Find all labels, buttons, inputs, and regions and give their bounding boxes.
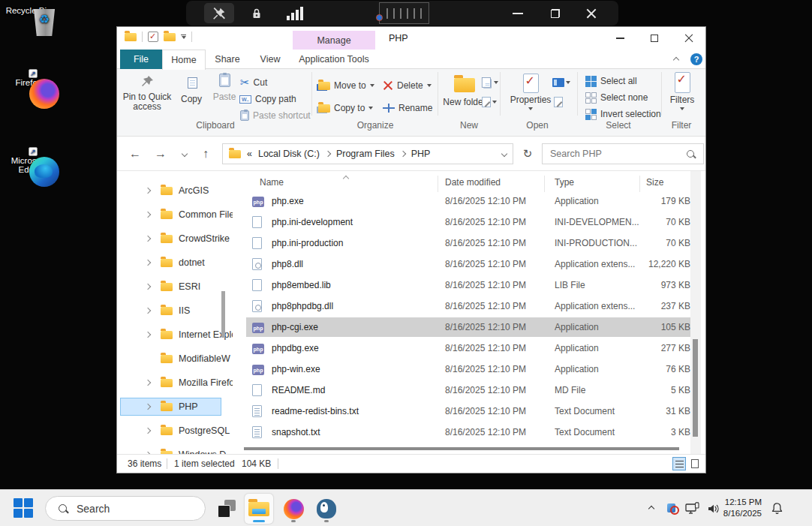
file-row[interactable]: php.ini-production 8/16/2025 12:10 PM IN… bbox=[233, 233, 692, 254]
forward-button[interactable]: → bbox=[150, 143, 171, 164]
tree-item[interactable]: Windows D bbox=[117, 446, 233, 454]
tree-item[interactable]: PHP bbox=[120, 398, 221, 416]
taskbar-search[interactable]: Search bbox=[45, 496, 206, 521]
chevron-right-icon[interactable] bbox=[145, 188, 151, 194]
folder-icon[interactable] bbox=[125, 33, 137, 41]
window-minimize-button[interactable] bbox=[605, 27, 635, 50]
lock-button[interactable] bbox=[248, 0, 266, 27]
connection-restore-button[interactable] bbox=[542, 0, 569, 27]
check-button-icon[interactable] bbox=[148, 32, 158, 42]
large-icons-view-button[interactable] bbox=[688, 457, 702, 470]
breadcrumb[interactable]: « Local Disk (C:) Program Files PHP bbox=[222, 143, 513, 164]
tab-application-tools[interactable]: Application Tools bbox=[293, 50, 375, 69]
column-header-type[interactable]: Type bbox=[555, 177, 574, 188]
tree-item[interactable]: ArcGIS bbox=[117, 182, 233, 200]
chevron-right-icon[interactable] bbox=[145, 308, 151, 314]
rename-button[interactable]: Rename bbox=[383, 101, 432, 116]
chevron-right-icon[interactable] bbox=[145, 380, 151, 386]
paste-shortcut-button[interactable]: Paste shortcut bbox=[240, 108, 311, 123]
select-all-button[interactable]: Select all bbox=[585, 74, 637, 89]
folder-icon[interactable] bbox=[164, 33, 176, 41]
tree-item[interactable]: ModifiableW bbox=[117, 350, 233, 368]
tree-item[interactable]: IIS bbox=[117, 302, 233, 320]
desktop-icon-recycle-bin[interactable]: ♻ Recycle Bin bbox=[2, 6, 56, 15]
breadcrumb-item[interactable]: Program Files bbox=[336, 149, 395, 159]
search-icon[interactable] bbox=[686, 149, 696, 159]
tray-app-status[interactable] bbox=[663, 490, 681, 526]
edit-button[interactable] bbox=[554, 95, 563, 110]
copy-to-button[interactable]: Copy to bbox=[318, 101, 373, 116]
tree-item[interactable]: Mozilla Firefox bbox=[117, 374, 233, 392]
column-header-date-modified[interactable]: Date modified bbox=[445, 177, 501, 188]
tree-item[interactable]: dotnet bbox=[117, 254, 233, 272]
tab-view[interactable]: View bbox=[249, 50, 291, 69]
help-icon[interactable]: ? bbox=[690, 53, 702, 65]
file-row[interactable]: snapshot.txt 8/16/2025 12:10 PM Text Doc… bbox=[233, 422, 692, 443]
cut-button[interactable]: ✂ Cut bbox=[240, 75, 267, 90]
task-view-button[interactable] bbox=[218, 500, 236, 518]
invert-selection-button[interactable]: Invert selection bbox=[585, 107, 661, 122]
collapse-ribbon-icon[interactable] bbox=[673, 57, 679, 63]
horizontal-scrollbar[interactable] bbox=[233, 446, 692, 452]
connection-minimize-button[interactable] bbox=[504, 0, 531, 27]
chevron-right-icon[interactable] bbox=[145, 236, 151, 242]
tab-share[interactable]: Share bbox=[206, 50, 249, 69]
pin-to-quick-access-button[interactable]: Pin to Quick access bbox=[122, 74, 173, 112]
properties-button[interactable]: Properties bbox=[507, 74, 554, 110]
chevron-right-icon[interactable] bbox=[145, 404, 151, 410]
tray-notifications[interactable] bbox=[767, 490, 786, 526]
chevron-right-icon[interactable] bbox=[145, 260, 151, 266]
taskbar-firefox[interactable] bbox=[279, 494, 308, 524]
tree-item[interactable]: Internet Explorer bbox=[117, 326, 233, 344]
up-button[interactable]: ↑ bbox=[195, 143, 216, 164]
chevron-right-icon[interactable] bbox=[399, 151, 405, 157]
column-header-size[interactable]: Size bbox=[646, 177, 663, 188]
file-row[interactable]: php.ini-development 8/16/2025 12:10 PM I… bbox=[233, 212, 692, 233]
file-row[interactable]: README.md 8/16/2025 12:10 PM MD File 5 K… bbox=[233, 380, 692, 401]
search-input[interactable]: Search PHP bbox=[542, 143, 704, 164]
refresh-button[interactable]: ↻ bbox=[518, 143, 537, 164]
recent-locations-chevron[interactable] bbox=[174, 143, 195, 164]
tree-item[interactable]: ESRI bbox=[117, 278, 233, 296]
breadcrumb-overflow[interactable]: « bbox=[247, 149, 252, 159]
filters-button[interactable]: Filters bbox=[663, 72, 701, 110]
file-row[interactable]: readme-redist-bins.txt 8/16/2025 12:10 P… bbox=[233, 401, 692, 422]
copy-path-button[interactable]: W.. Copy path bbox=[239, 92, 296, 107]
easy-access-button[interactable] bbox=[480, 75, 498, 90]
window-maximize-button[interactable] bbox=[639, 27, 669, 50]
taskbar-file-explorer[interactable] bbox=[245, 494, 273, 524]
paste-button[interactable]: Paste bbox=[209, 74, 240, 102]
back-button[interactable]: ← bbox=[125, 143, 146, 164]
new-item-button[interactable] bbox=[482, 95, 497, 110]
signal-bars-button[interactable] bbox=[284, 0, 306, 27]
file-row[interactable]: php8embed.lib 8/16/2025 12:10 PM LIB Fil… bbox=[233, 275, 692, 296]
tab-file[interactable]: File bbox=[120, 50, 162, 69]
address-dropdown-chevron[interactable] bbox=[501, 151, 507, 157]
taskbar-clock[interactable]: 12:15 PM 8/16/2025 bbox=[717, 497, 762, 519]
breadcrumb-item[interactable]: PHP bbox=[411, 149, 431, 159]
file-row[interactable]: php8phpdbg.dll 8/16/2025 12:10 PM Applic… bbox=[233, 296, 692, 317]
copy-button[interactable]: Copy bbox=[176, 75, 207, 104]
file-row[interactable]: php php-cgi.exe 8/16/2025 12:10 PM Appli… bbox=[233, 317, 692, 338]
manage-contextual-header[interactable]: Manage bbox=[293, 31, 375, 50]
select-none-button[interactable]: Select none bbox=[585, 90, 648, 105]
connection-close-button[interactable] bbox=[578, 0, 605, 27]
details-view-button[interactable] bbox=[672, 457, 686, 470]
file-row[interactable]: php8.dll 8/16/2025 12:10 PM Application … bbox=[233, 254, 692, 275]
chevron-right-icon[interactable] bbox=[145, 284, 151, 290]
unpin-button[interactable] bbox=[204, 3, 234, 23]
chevron-right-icon[interactable] bbox=[145, 332, 151, 338]
move-to-button[interactable]: Move to bbox=[318, 78, 374, 93]
file-row[interactable]: php php.exe 8/16/2025 12:10 PM Applicati… bbox=[233, 191, 692, 212]
open-button[interactable] bbox=[552, 75, 570, 90]
taskbar-postgresql[interactable] bbox=[312, 494, 341, 524]
chevron-right-icon[interactable] bbox=[325, 151, 331, 157]
tree-item[interactable]: PostgreSQL bbox=[117, 422, 233, 440]
file-row[interactable]: php php-win.exe 8/16/2025 12:10 PM Appli… bbox=[233, 359, 692, 380]
tray-network[interactable] bbox=[683, 490, 702, 526]
tree-item[interactable]: Common Files bbox=[117, 206, 233, 224]
tree-item[interactable]: CrowdStrike bbox=[117, 230, 233, 248]
tab-home[interactable]: Home bbox=[162, 50, 206, 70]
desktop-icon-firefox[interactable]: ↗ Firefox bbox=[2, 78, 56, 87]
chevron-right-icon[interactable] bbox=[145, 428, 151, 434]
